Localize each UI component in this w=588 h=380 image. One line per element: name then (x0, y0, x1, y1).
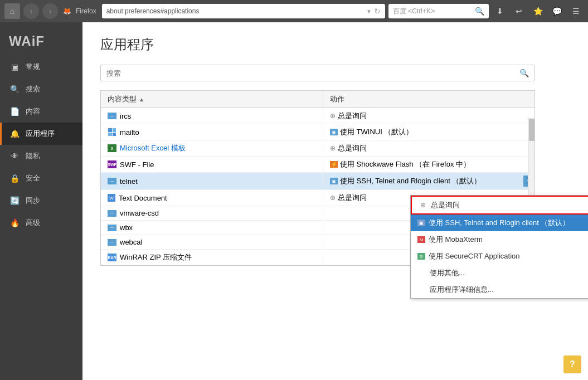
dropdown-item-details[interactable]: 应用程序详细信息... (411, 281, 588, 298)
cell-type: ─ vmware-csd (101, 206, 323, 220)
action-icon: ⚡ (330, 161, 338, 168)
action-icon: ⊕ (330, 112, 336, 120)
page-title: 应用程序 (100, 36, 570, 53)
help-button[interactable]: ? (563, 355, 581, 373)
history-button[interactable]: ↩ (511, 3, 527, 19)
excel-icon: X (108, 144, 116, 152)
general-icon: ▣ (9, 61, 20, 72)
main-layout: WAiF ▣ 常规 🔍 搜索 📄 内容 🔔 应用程序 👁 隐私 🔒 安全 🔄 同… (0, 22, 588, 380)
sidebar-item-general[interactable]: ▣ 常规 (0, 56, 82, 78)
search-container: 🔍 (100, 65, 570, 81)
type-label: webcal (120, 238, 142, 246)
browser-chrome: ⌂ ‹ › 🦊 Firefox about:preferences#applic… (0, 0, 588, 22)
col-action-label: 动作 (330, 95, 344, 103)
cell-type: SWF SWF - File (101, 157, 323, 172)
winrar-icon: RAR (108, 254, 116, 261)
dropdown-question-icon: ⊕ (419, 201, 427, 210)
dropdown-item-always-ask[interactable]: ⊕ 总是询问 (411, 196, 588, 215)
dropdown-terminal-icon: ▣ (417, 220, 425, 226)
type-label: ircs (120, 112, 131, 120)
col-action-header[interactable]: 动作 (323, 91, 534, 108)
dropdown-other-icon (417, 269, 426, 277)
dropdown-item-other[interactable]: 使用其他... (411, 265, 588, 281)
dropdown-item-securecrt[interactable]: S 使用 SecureCRT Application (411, 248, 588, 265)
search-icon: 🔍 (9, 84, 20, 95)
table-row[interactable]: ─ ircs ⊕ 总是询问 (101, 108, 534, 124)
browser-search-text: 百度 <Ctrl+K> (393, 7, 475, 16)
sidebar-item-content[interactable]: 📄 内容 (0, 100, 82, 123)
action-label: 总是询问 (338, 193, 367, 203)
chat-button[interactable]: 💬 (549, 3, 565, 19)
sync-icon: 🔄 (9, 195, 20, 206)
sidebar-item-advanced[interactable]: 🔥 高级 (0, 212, 82, 234)
type-label: Text Document (119, 194, 167, 202)
dropdown-details-icon (417, 285, 426, 294)
waif-logo: WAiF (0, 27, 82, 56)
type-label: vmware-csd (120, 209, 159, 217)
cell-action: ▣ 使用 TWINUI （默认） (323, 124, 534, 140)
telnet-icon: ─ (108, 178, 116, 184)
type-link[interactable]: Microsoft Excel 模板 (120, 143, 186, 153)
dropdown-mobaterm-icon: M (417, 236, 425, 243)
cell-type: mailto (101, 124, 323, 140)
cell-type: ─ wbx (101, 221, 323, 235)
action-icon: ▣ (330, 129, 338, 135)
url-bar[interactable]: about:preferences#applications ▼ ↻ (102, 4, 385, 18)
cell-action: ⊕ 总是询问 (323, 140, 534, 156)
action-label: 总是询问 (338, 111, 367, 121)
sidebar-label-security: 安全 (26, 173, 40, 183)
reload-icon[interactable]: ↻ (374, 7, 381, 16)
mailto-icon (108, 128, 116, 137)
action-icon: ⊕ (330, 144, 336, 152)
sidebar-item-security[interactable]: 🔒 安全 (0, 167, 82, 189)
content-icon: 📄 (9, 106, 20, 117)
table-header: 内容类型 ▲ 动作 (101, 91, 534, 108)
sidebar-label-applications: 应用程序 (26, 129, 55, 139)
sidebar-item-applications[interactable]: 🔔 应用程序 (0, 123, 82, 145)
privacy-icon: 👁 (9, 150, 20, 162)
download-button[interactable]: ⬇ (492, 3, 508, 19)
sidebar-label-search: 搜索 (26, 84, 40, 94)
cell-type: ─ ircs (101, 108, 323, 124)
search-input[interactable] (106, 69, 519, 77)
dropdown-item-label: 使用 SSH, Telnet and Rlogin client （默认） (429, 218, 570, 228)
sidebar-label-sync: 同步 (26, 196, 40, 206)
sidebar: WAiF ▣ 常规 🔍 搜索 📄 内容 🔔 应用程序 👁 隐私 🔒 安全 🔄 同… (0, 22, 82, 380)
swf-icon: SWF (108, 160, 116, 168)
action-label: 使用 Shockwave Flash （在 Firefox 中） (340, 159, 470, 169)
sidebar-item-search[interactable]: 🔍 搜索 (0, 78, 82, 100)
table-row[interactable]: mailto ▣ 使用 TWINUI （默认） (101, 124, 534, 140)
forward-button: › (42, 3, 58, 19)
type-label: WinRAR ZIP 压缩文件 (120, 252, 192, 262)
table-row[interactable]: X Microsoft Excel 模板 ⊕ 总是询问 (101, 140, 534, 157)
sort-arrow-icon: ▲ (139, 96, 144, 103)
advanced-icon: 🔥 (9, 217, 20, 228)
menu-button[interactable]: ☰ (568, 3, 584, 19)
col-type-header[interactable]: 内容类型 ▲ (101, 91, 323, 108)
dropdown-item-label: 使用 SecureCRT Application (429, 251, 520, 261)
table-row-telnet[interactable]: ─ telnet ▣ 使用 SSH, Telnet and Rlogin cli… (101, 173, 534, 190)
firefox-label: Firefox (76, 7, 96, 15)
dropdown-item-mobaxterm[interactable]: M 使用 MobaXterm (411, 231, 588, 248)
browser-search-bar[interactable]: 百度 <Ctrl+K> 🔍 (388, 4, 489, 18)
bookmark-button[interactable]: ⭐ (530, 3, 546, 19)
cell-action-selected[interactable]: ▣ 使用 SSH, Telnet and Rlogin client （默认） … (323, 173, 534, 189)
back-button[interactable]: ‹ (23, 3, 39, 19)
dropdown-item-ssh[interactable]: ▣ 使用 SSH, Telnet and Rlogin client （默认） (411, 215, 588, 231)
sidebar-label-advanced: 高级 (26, 218, 40, 228)
sidebar-item-sync[interactable]: 🔄 同步 (0, 189, 82, 212)
type-label: wbx (120, 223, 133, 232)
scrollbar-thumb[interactable] (529, 119, 534, 141)
url-dropdown-icon[interactable]: ▼ (366, 8, 372, 14)
action-label: 使用 TWINUI （默认） (340, 127, 413, 137)
firefox-icon: 🦊 (61, 6, 72, 17)
table-row[interactable]: SWF SWF - File ⚡ 使用 Shockwave Flash （在 F… (101, 157, 534, 173)
content-area: 应用程序 🔍 内容类型 ▲ 动作 ─ (82, 22, 588, 380)
dropdown-item-label: 总是询问 (431, 200, 460, 210)
home-button[interactable]: ⌂ (4, 3, 20, 19)
wbx-icon: ─ (108, 225, 116, 231)
search-input-wrapper: 🔍 (100, 65, 535, 81)
cell-type: W Text Document (101, 190, 323, 206)
sidebar-item-privacy[interactable]: 👁 隐私 (0, 145, 82, 167)
type-label: mailto (120, 128, 139, 137)
